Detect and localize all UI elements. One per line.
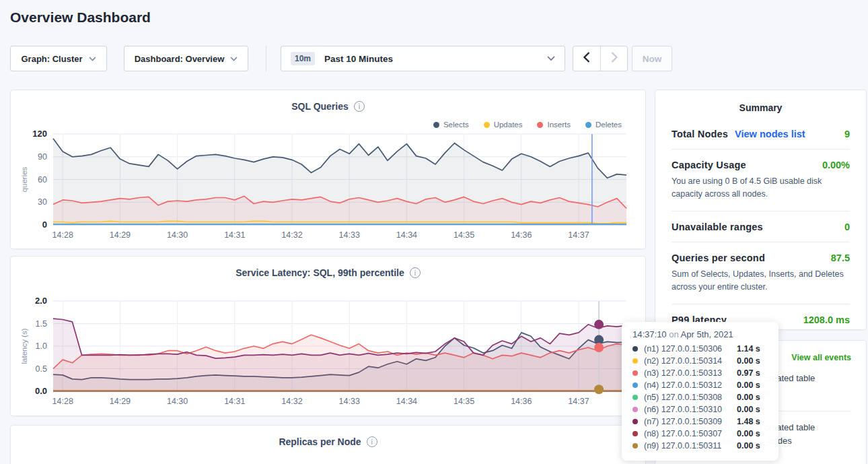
summary-row: Unavailable ranges0 <box>672 211 850 242</box>
time-range-label: Past 10 Minutes <box>324 54 547 64</box>
node-latency-value: 0.00 s <box>737 429 760 438</box>
summary-value: 1208.0 ms <box>803 314 850 325</box>
svg-text:2.0: 2.0 <box>35 296 47 306</box>
view-nodes-list-link[interactable]: View nodes list <box>735 129 805 139</box>
chart-title-replicas-per-node: Replicas per Node <box>279 436 361 447</box>
tooltip-node-row: (n9) 127.0.0.1:503110.00 s <box>632 440 768 452</box>
svg-text:14:33: 14:33 <box>339 230 360 240</box>
tooltip-node-row: (n2) 127.0.0.1:503140.00 s <box>632 355 768 367</box>
svg-text:14:28: 14:28 <box>52 230 73 240</box>
node-color-dot-icon <box>632 370 638 376</box>
summary-description: You are using 0 B of 4.5 GiB usable disk… <box>672 175 850 201</box>
svg-text:14:34: 14:34 <box>396 397 417 406</box>
node-address: (n5) 127.0.0.1:50308 <box>644 393 737 402</box>
svg-text:14:37: 14:37 <box>568 230 589 240</box>
svg-text:14:32: 14:32 <box>281 230 302 240</box>
view-all-events-link[interactable]: View all events <box>791 353 851 362</box>
graph-dropdown-label: Graph: Cluster <box>21 54 82 64</box>
svg-text:60: 60 <box>38 175 47 185</box>
graph-dropdown[interactable]: Graph: Cluster <box>10 46 107 71</box>
chevron-right-icon <box>611 52 618 65</box>
svg-text:14:31: 14:31 <box>224 397 245 406</box>
tooltip-node-row: (n1) 127.0.0.1:503061.14 s <box>632 343 768 355</box>
node-address: (n3) 127.0.0.1:50313 <box>644 368 737 378</box>
svg-text:0: 0 <box>42 220 47 230</box>
summary-value: 0.00% <box>822 160 850 170</box>
node-color-dot-icon <box>632 419 638 424</box>
svg-text:14:35: 14:35 <box>454 397 474 406</box>
tooltip-node-row: (n7) 127.0.0.1:503091.48 s <box>632 416 768 428</box>
node-latency-value: 0.00 s <box>737 393 760 402</box>
node-latency-value: 0.00 s <box>737 356 760 366</box>
svg-text:14:36: 14:36 <box>511 397 532 406</box>
tooltip-node-row: (n5) 127.0.0.1:503080.00 s <box>632 391 768 403</box>
now-button[interactable]: Now <box>632 46 672 71</box>
node-address: (n7) 127.0.0.1:50309 <box>644 417 737 426</box>
svg-text:14:33: 14:33 <box>339 397 360 406</box>
service-latency-chart[interactable]: 0.00.51.01.52.014:2814:2914:3014:3114:32… <box>11 257 647 417</box>
svg-text:1.0: 1.0 <box>36 341 47 351</box>
replicas-per-node-chart-card: Replicas per Node i <box>10 425 646 464</box>
summary-panel: Summary Total NodesView nodes list9Capac… <box>655 90 867 330</box>
time-nav-group <box>573 46 628 71</box>
summary-value: 9 <box>844 129 850 139</box>
svg-text:120: 120 <box>32 129 47 139</box>
now-button-label: Now <box>643 54 662 64</box>
svg-text:14:29: 14:29 <box>110 397 131 406</box>
chart-hover-tooltip: 14:37:10 on Apr 5th, 2021 (n1) 127.0.0.1… <box>622 322 779 461</box>
svg-text:latency (s): latency (s) <box>20 328 28 364</box>
node-address: (n8) 127.0.0.1:50307 <box>644 429 737 438</box>
chevron-down-icon <box>547 56 555 61</box>
node-color-dot-icon <box>632 431 638 436</box>
node-latency-value: 0.00 s <box>737 441 760 451</box>
overview-dashboard-page: Overview Dashboard Graph: Cluster Dashbo… <box>0 0 868 464</box>
summary-title: Summary <box>672 102 850 113</box>
summary-label: Unavailable ranges <box>672 222 763 232</box>
summary-row: Queries per second87.5Sum of Selects, Up… <box>672 242 850 304</box>
sql-queries-chart-card: SQL Queries i SelectsUpdatesInsertsDelet… <box>10 90 646 249</box>
node-address: (n9) 127.0.0.1:50311 <box>644 441 737 451</box>
svg-text:90: 90 <box>38 152 47 162</box>
time-range-badge: 10m <box>291 52 315 65</box>
page-title: Overview Dashboard <box>10 9 151 26</box>
svg-text:1.5: 1.5 <box>36 319 47 329</box>
tooltip-node-row: (n6) 127.0.0.1:503100.00 s <box>632 403 768 416</box>
summary-label: Total Nodes <box>672 129 728 139</box>
dashboard-dropdown-label: Dashboard: Overview <box>135 54 225 64</box>
node-latency-value: 1.48 s <box>737 417 760 426</box>
svg-text:14:37: 14:37 <box>568 397 589 406</box>
svg-text:14:31: 14:31 <box>224 230 245 240</box>
svg-text:30: 30 <box>38 197 47 207</box>
time-range-selector[interactable]: 10m Past 10 Minutes <box>281 46 565 71</box>
svg-text:14:30: 14:30 <box>167 397 188 406</box>
info-icon[interactable]: i <box>367 436 377 447</box>
sql-queries-chart[interactable]: 030609012014:2814:2914:3014:3114:3214:33… <box>11 90 647 250</box>
node-color-dot-icon <box>632 346 638 352</box>
svg-text:14:28: 14:28 <box>52 397 73 406</box>
summary-value: 0 <box>844 222 850 232</box>
svg-text:14:32: 14:32 <box>281 397 302 406</box>
dashboard-dropdown[interactable]: Dashboard: Overview <box>124 46 248 71</box>
tooltip-node-row: (n8) 127.0.0.1:503070.00 s <box>632 428 768 440</box>
node-latency-value: 1.14 s <box>737 344 760 354</box>
chevron-left-icon <box>583 52 590 65</box>
svg-text:0.5: 0.5 <box>36 364 47 374</box>
node-color-dot-icon <box>632 395 638 400</box>
svg-text:14:34: 14:34 <box>396 230 417 240</box>
node-latency-value: 0.00 s <box>737 380 760 390</box>
next-range-button[interactable] <box>600 46 627 71</box>
node-latency-value: 0.00 s <box>737 405 760 414</box>
svg-text:14:36: 14:36 <box>511 230 532 240</box>
node-address: (n2) 127.0.0.1:50314 <box>644 356 737 366</box>
summary-row: Capacity Usage0.00%You are using 0 B of … <box>672 150 850 211</box>
prev-range-button[interactable] <box>573 46 600 71</box>
node-color-dot-icon <box>632 407 638 412</box>
summary-value: 87.5 <box>831 253 850 263</box>
svg-text:14:29: 14:29 <box>110 230 131 240</box>
summary-description: Sum of Selects, Updates, Inserts, and De… <box>672 268 850 294</box>
svg-text:14:30: 14:30 <box>167 230 188 240</box>
tooltip-node-row: (n4) 127.0.0.1:503120.00 s <box>632 379 768 391</box>
toolbar-divider <box>266 46 266 71</box>
service-latency-chart-card: Service Latency: SQL, 99th percentile i … <box>10 256 646 416</box>
svg-text:14:35: 14:35 <box>454 230 474 240</box>
